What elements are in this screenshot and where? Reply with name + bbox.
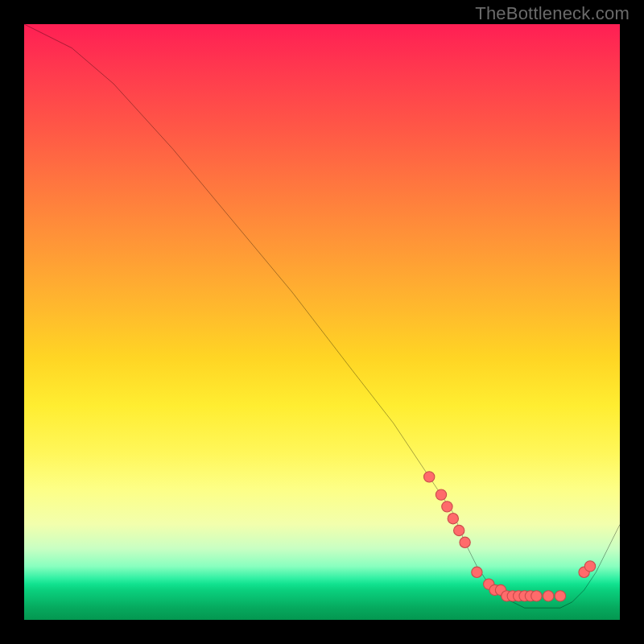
- curve-marker-dot: [424, 472, 435, 482]
- watermark-text: TheBottleneck.com: [475, 3, 630, 24]
- plot-area: [24, 24, 620, 620]
- curve-marker-dot: [472, 567, 482, 577]
- curve-marker-dot: [555, 591, 565, 601]
- curve-marker-dot: [442, 502, 452, 512]
- curve-marker-dot: [448, 514, 458, 524]
- chart-frame: TheBottleneck.com: [0, 0, 644, 644]
- curve-marker-dot: [436, 489, 446, 500]
- curve-marker-dot: [584, 561, 595, 572]
- curve-marker-dot: [460, 537, 470, 547]
- curve-svg: [24, 24, 620, 620]
- curve-marker-dot: [531, 591, 542, 601]
- curve-marker-dot: [543, 591, 554, 601]
- curve-markers-group: [424, 472, 596, 601]
- curve-marker-dot: [454, 525, 464, 535]
- bottleneck-curve-path: [24, 24, 620, 608]
